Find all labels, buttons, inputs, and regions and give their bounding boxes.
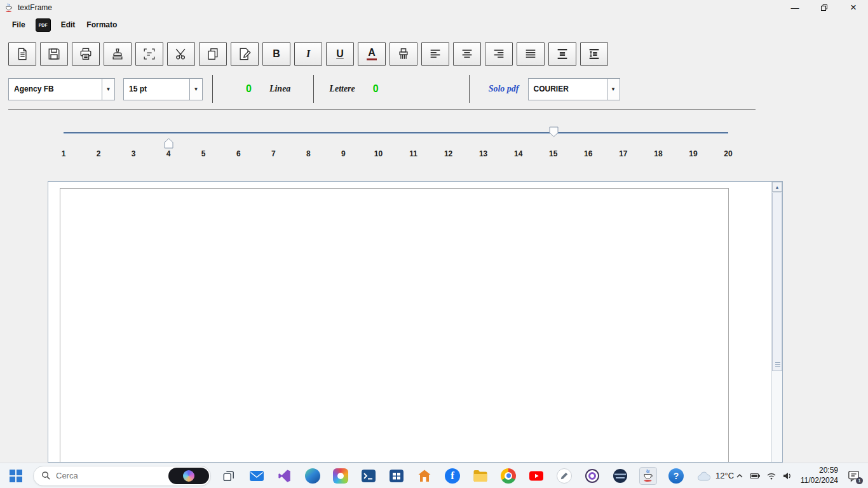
task-view-button[interactable]	[220, 467, 238, 485]
select-all-icon	[142, 47, 156, 61]
cut-button[interactable]	[167, 42, 195, 66]
select-all-button[interactable]	[135, 42, 163, 66]
search-icon	[41, 471, 51, 480]
windows-logo-icon	[10, 470, 15, 475]
mail-app-button[interactable]	[248, 467, 266, 485]
scrollbar-thumb[interactable]	[772, 193, 782, 371]
pdf-font-combobox[interactable]: COURIER ▼	[528, 78, 620, 100]
font-family-combobox[interactable]: Agency FB ▼	[8, 78, 115, 100]
photos-app-button[interactable]	[332, 467, 349, 485]
clear-format-icon	[397, 47, 410, 61]
close-button[interactable]: ×	[839, 0, 868, 15]
terminal-icon	[361, 468, 376, 484]
italic-button[interactable]: I	[294, 42, 322, 66]
align-left-button[interactable]	[421, 42, 449, 66]
copilot-button[interactable]	[168, 468, 209, 484]
terminal-app-button[interactable]	[360, 467, 377, 485]
ring-app-icon	[585, 468, 600, 484]
java-app-icon	[642, 469, 654, 483]
bold-button[interactable]: B	[262, 42, 290, 66]
vertical-scrollbar[interactable]: ▲	[771, 182, 782, 462]
navy-app-button[interactable]	[611, 467, 629, 485]
weather-widget[interactable]: 12°C	[696, 470, 734, 482]
chevron-down-icon[interactable]: ▼	[189, 79, 202, 100]
slider-tick-label: 7	[271, 149, 276, 158]
photos-icon	[333, 468, 348, 484]
restore-button[interactable]	[810, 0, 839, 15]
slider-tick-label: 11	[409, 149, 417, 158]
slider-thumb-lower[interactable]	[164, 138, 173, 149]
slider-track[interactable]	[64, 132, 728, 134]
stamp-icon	[111, 47, 125, 61]
menu-formato[interactable]: Formato	[81, 18, 123, 32]
slider-tick-label: 12	[444, 149, 452, 158]
chevron-down-icon[interactable]: ▼	[607, 79, 620, 100]
visual-studio-button[interactable]	[276, 467, 294, 485]
font-size-combobox[interactable]: 15 pt ▼	[123, 78, 203, 100]
slider-tick-label: 3	[132, 149, 136, 158]
taskbar-clock[interactable]: 20:59 11/02/2024	[801, 466, 838, 485]
edit-text-button[interactable]	[231, 42, 259, 66]
java-textframe-taskbar-button[interactable]	[639, 467, 657, 485]
minimize-icon: —	[791, 3, 799, 13]
bold-label: B	[273, 48, 280, 60]
store-app-button[interactable]	[388, 467, 405, 485]
new-document-button[interactable]	[8, 42, 36, 66]
slider-tick-label: 14	[514, 149, 522, 158]
file-explorer-button[interactable]	[471, 467, 489, 485]
navy-app-icon	[613, 468, 628, 484]
align-right-button[interactable]	[485, 42, 513, 66]
format-bar: Agency FB ▼ 15 pt ▼ 0 Linea Lettere 0 So…	[8, 75, 868, 103]
youtube-app-button[interactable]	[527, 467, 545, 485]
font-family-value: Agency FB	[9, 79, 102, 100]
facebook-app-button[interactable]: f	[444, 467, 461, 485]
print-button[interactable]	[72, 42, 100, 66]
pdf-export-icon[interactable]: PDF	[36, 18, 51, 32]
help-icon: ?	[668, 468, 684, 484]
edit-text-icon	[238, 47, 252, 61]
align-center-button[interactable]	[453, 42, 481, 66]
weather-temp: 12°C	[715, 471, 734, 480]
minimize-button[interactable]: —	[780, 0, 810, 15]
search-input[interactable]	[56, 471, 145, 480]
slider-tick-label: 17	[619, 149, 627, 158]
font-color-button[interactable]: A	[358, 42, 386, 66]
copy-button[interactable]	[199, 42, 227, 66]
align-center-icon	[460, 47, 474, 61]
editor-scrollpane: ▲	[48, 181, 783, 463]
text-editor-page[interactable]	[60, 188, 729, 463]
system-tray: 20:59 11/02/2024 1	[735, 466, 868, 485]
chrome-browser-button[interactable]	[499, 467, 517, 485]
pen-app-button[interactable]	[555, 467, 573, 485]
paragraph-spacing-button[interactable]	[548, 42, 576, 66]
slider-thumb-upper[interactable]	[549, 126, 559, 137]
align-left-icon	[428, 47, 442, 61]
menubar: File PDF Edit Formato	[0, 15, 868, 34]
clear-format-button[interactable]	[390, 42, 417, 66]
line-spacing-button[interactable]	[580, 42, 608, 66]
file-explorer-icon	[473, 469, 488, 483]
underline-button[interactable]: U	[326, 42, 354, 66]
notification-button[interactable]: 1	[848, 470, 860, 482]
justify-icon	[524, 47, 538, 61]
battery-icon[interactable]	[750, 471, 761, 480]
taskbar-search[interactable]	[33, 466, 211, 486]
facebook-icon: f	[445, 468, 460, 484]
home-app-button[interactable]	[416, 467, 433, 485]
save-button[interactable]	[40, 42, 68, 66]
stamp-button[interactable]	[104, 42, 132, 66]
ring-app-button[interactable]	[583, 467, 601, 485]
task-view-icon	[222, 470, 235, 482]
network-icon[interactable]	[766, 471, 776, 480]
start-button[interactable]	[9, 469, 23, 483]
menu-file[interactable]: File	[6, 18, 31, 32]
chevron-up-icon[interactable]	[735, 472, 744, 480]
separator	[212, 75, 213, 103]
menu-edit[interactable]: Edit	[55, 18, 81, 32]
edge-browser-button[interactable]	[304, 467, 322, 485]
volume-icon[interactable]	[782, 471, 792, 480]
help-app-button[interactable]: ?	[667, 467, 685, 485]
justify-button[interactable]	[517, 42, 545, 66]
scroll-up-button[interactable]: ▲	[772, 182, 782, 192]
chevron-down-icon[interactable]: ▼	[102, 79, 114, 100]
